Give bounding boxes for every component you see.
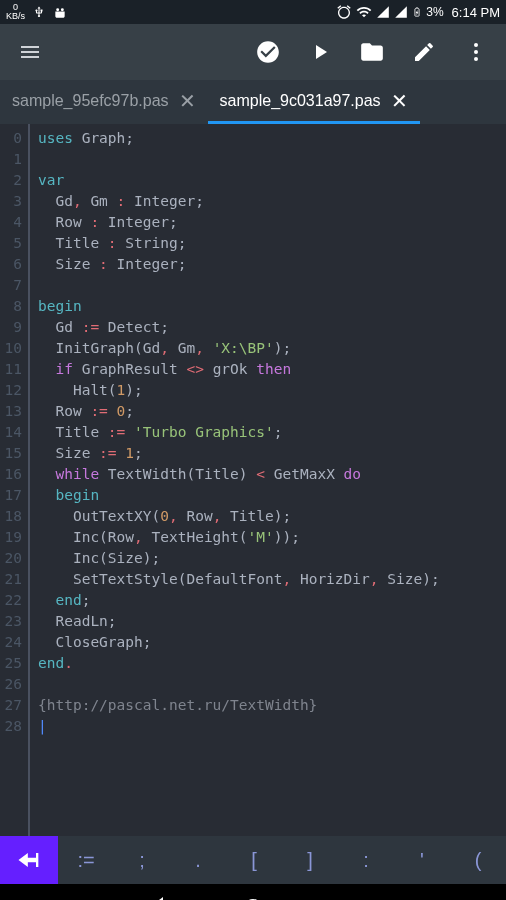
symbol-bar: :=;.[]:'(	[0, 836, 506, 884]
code-line[interactable]: if GraphResult <> grOk then	[38, 359, 498, 380]
code-line[interactable]: InitGraph(Gd, Gm, 'X:\BP');	[38, 338, 498, 359]
app-toolbar	[0, 24, 506, 80]
line-number: 15	[2, 443, 22, 464]
line-number: 21	[2, 569, 22, 590]
folder-button[interactable]	[350, 30, 394, 74]
clock: 6:14 PM	[452, 5, 500, 20]
line-number: 16	[2, 464, 22, 485]
close-icon[interactable]: ✕	[179, 91, 196, 111]
code-editor[interactable]: 0123456789101112131415161718192021222324…	[0, 124, 506, 836]
close-icon[interactable]: ✕	[391, 91, 408, 111]
code-line[interactable]	[38, 275, 498, 296]
tab-label: sample_9c031a97.pas	[220, 92, 381, 110]
symbol-key[interactable]: ;	[114, 836, 170, 884]
battery-percent: 3%	[426, 5, 443, 19]
code-line[interactable]: var	[38, 170, 498, 191]
code-line[interactable]: Title := 'Turbo Graphics';	[38, 422, 498, 443]
signal-icon	[376, 5, 390, 19]
code-line[interactable]: end.	[38, 653, 498, 674]
symbol-key[interactable]: '	[394, 836, 450, 884]
line-number: 25	[2, 653, 22, 674]
line-gutter: 0123456789101112131415161718192021222324…	[0, 124, 30, 836]
code-line[interactable]: begin	[38, 296, 498, 317]
tab-key[interactable]	[0, 836, 58, 884]
code-line[interactable]: Gd := Detect;	[38, 317, 498, 338]
line-number: 20	[2, 548, 22, 569]
code-line[interactable]: {http://pascal.net.ru/TextWidth}	[38, 695, 498, 716]
text-cursor: |	[38, 718, 47, 734]
svg-point-1	[61, 8, 64, 11]
wifi-icon	[356, 4, 372, 20]
signal-icon-2	[394, 5, 408, 19]
line-number: 28	[2, 716, 22, 737]
line-number: 0	[2, 128, 22, 149]
symbol-key[interactable]: ]	[282, 836, 338, 884]
line-number: 2	[2, 170, 22, 191]
line-number: 3	[2, 191, 22, 212]
line-number: 8	[2, 296, 22, 317]
symbol-key[interactable]: [	[226, 836, 282, 884]
code-line[interactable]: SetTextStyle(DefaultFont, HorizDir, Size…	[38, 569, 498, 590]
overflow-button[interactable]	[454, 30, 498, 74]
svg-point-4	[474, 57, 478, 61]
code-line[interactable]	[38, 674, 498, 695]
symbol-key[interactable]: :=	[58, 836, 114, 884]
symbol-key[interactable]: :	[338, 836, 394, 884]
android-navbar: V	[0, 884, 506, 900]
line-number: 27	[2, 695, 22, 716]
menu-button[interactable]	[8, 30, 52, 74]
code-line[interactable]: OutTextXY(0, Row, Title);	[38, 506, 498, 527]
svg-point-0	[56, 8, 59, 11]
home-button[interactable]	[225, 888, 281, 900]
line-number: 23	[2, 611, 22, 632]
code-line[interactable]: begin	[38, 485, 498, 506]
line-number: 5	[2, 233, 22, 254]
line-number: 7	[2, 275, 22, 296]
code-line[interactable]: end;	[38, 590, 498, 611]
code-area[interactable]: uses Graph;var Gd, Gm : Integer; Row : I…	[30, 124, 506, 836]
svg-point-2	[474, 43, 478, 47]
line-number: 10	[2, 338, 22, 359]
line-number: 26	[2, 674, 22, 695]
code-line[interactable]: Size : Integer;	[38, 254, 498, 275]
line-number: 14	[2, 422, 22, 443]
file-tab[interactable]: sample_9c031a97.pas✕	[208, 80, 420, 124]
code-line[interactable]: Inc(Size);	[38, 548, 498, 569]
code-line[interactable]: Gd, Gm : Integer;	[38, 191, 498, 212]
symbol-key[interactable]: .	[170, 836, 226, 884]
file-tab[interactable]: sample_95efc97b.pas✕	[0, 80, 208, 124]
code-line[interactable]: Title : String;	[38, 233, 498, 254]
edit-button[interactable]	[402, 30, 446, 74]
line-number: 13	[2, 401, 22, 422]
line-number: 4	[2, 212, 22, 233]
back-button[interactable]	[129, 888, 185, 900]
code-line[interactable]: Size := 1;	[38, 443, 498, 464]
nav-overflow-button[interactable]	[418, 888, 474, 900]
alarm-icon	[336, 4, 352, 20]
check-button[interactable]	[246, 30, 290, 74]
usb-icon	[33, 5, 45, 19]
code-line[interactable]: Row := 0;	[38, 401, 498, 422]
code-line[interactable]: Halt(1);	[38, 380, 498, 401]
run-button[interactable]	[298, 30, 342, 74]
android-status-bar: 0 KB/s 3% 6:14 PM	[0, 0, 506, 24]
code-line[interactable]: |	[38, 716, 498, 737]
line-number: 19	[2, 527, 22, 548]
code-line[interactable]	[38, 149, 498, 170]
battery-icon	[412, 4, 422, 20]
line-number: 17	[2, 485, 22, 506]
code-line[interactable]: CloseGraph;	[38, 632, 498, 653]
line-number: 11	[2, 359, 22, 380]
recents-button[interactable]	[321, 888, 377, 900]
line-number: 24	[2, 632, 22, 653]
line-number: 22	[2, 590, 22, 611]
code-line[interactable]: while TextWidth(Title) < GetMaxX do	[38, 464, 498, 485]
code-line[interactable]: Inc(Row, TextHeight('M'));	[38, 527, 498, 548]
code-line[interactable]: Row : Integer;	[38, 212, 498, 233]
code-line[interactable]: uses Graph;	[38, 128, 498, 149]
line-number: 1	[2, 149, 22, 170]
back-alt-button[interactable]: V	[32, 888, 88, 900]
symbol-key[interactable]: (	[450, 836, 506, 884]
line-number: 9	[2, 317, 22, 338]
code-line[interactable]: ReadLn;	[38, 611, 498, 632]
